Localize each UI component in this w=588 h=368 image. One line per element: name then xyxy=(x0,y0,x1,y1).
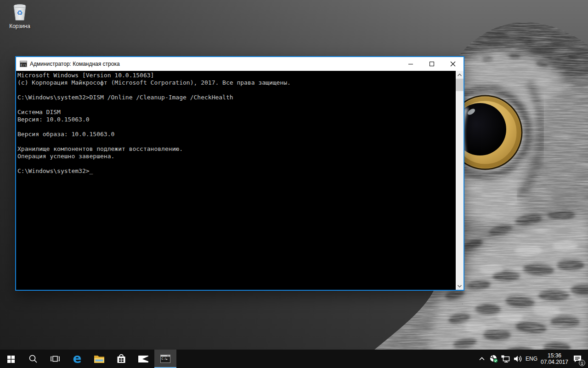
network-icon xyxy=(501,355,511,363)
window-titlebar[interactable]: C:\ Администратор: Командная строка xyxy=(16,57,464,71)
defender-tray-button[interactable] xyxy=(488,350,500,368)
close-button[interactable] xyxy=(442,57,464,71)
recycle-bin-label: Корзина xyxy=(9,23,30,29)
clock-time: 15:36 xyxy=(548,352,561,359)
console-scrollbar[interactable] xyxy=(456,71,464,290)
chevron-down-icon xyxy=(458,285,462,288)
taskbar: e xyxy=(0,350,588,368)
edge-button[interactable]: e xyxy=(66,350,88,368)
svg-text:C:\: C:\ xyxy=(21,63,27,67)
svg-text:e: e xyxy=(73,352,82,366)
close-icon xyxy=(450,61,456,67)
taskbar-search-button[interactable] xyxy=(22,350,44,368)
show-hidden-icons-button[interactable] xyxy=(476,350,488,368)
window-title: Администратор: Командная строка xyxy=(30,61,400,67)
console-text[interactable]: Microsoft Windows [Version 10.0.15063] (… xyxy=(16,71,464,175)
svg-text:C:\: C:\ xyxy=(162,357,167,361)
chevron-up-icon xyxy=(478,355,486,362)
desktop: ♻ Корзина C:\ Администратор: Командная с… xyxy=(0,0,588,368)
search-icon xyxy=(28,354,38,364)
task-view-icon xyxy=(50,354,61,364)
volume-tray-button[interactable] xyxy=(512,350,524,368)
mail-icon xyxy=(137,354,149,363)
defender-shield-icon xyxy=(489,354,498,363)
maximize-icon xyxy=(429,61,435,67)
store-icon xyxy=(116,353,127,365)
svg-text:♻: ♻ xyxy=(17,9,23,17)
console-area: Microsoft Windows [Version 10.0.15063] (… xyxy=(16,71,464,290)
scroll-thumb[interactable] xyxy=(456,79,464,91)
volume-icon xyxy=(513,355,523,363)
mail-button[interactable] xyxy=(132,350,154,368)
action-center-button[interactable]: 1 xyxy=(570,350,585,368)
clock-date: 07.04.2017 xyxy=(541,359,568,365)
clock[interactable]: 15:36 07.04.2017 xyxy=(539,350,570,368)
chevron-up-icon xyxy=(458,74,462,76)
notification-badge: 1 xyxy=(579,360,585,366)
file-explorer-button[interactable] xyxy=(88,350,110,368)
maximize-button[interactable] xyxy=(421,57,442,71)
cmd-window: C:\ Администратор: Командная строка xyxy=(15,56,464,291)
language-indicator[interactable]: ENG xyxy=(524,350,539,368)
windows-start-icon xyxy=(6,354,16,363)
cmd-icon: C:\ xyxy=(20,60,27,68)
minimize-button[interactable] xyxy=(400,57,421,71)
network-tray-button[interactable] xyxy=(500,350,512,368)
system-tray: ENG 15:36 07.04.2017 1 xyxy=(476,350,588,368)
recycle-bin[interactable]: ♻ Корзина xyxy=(3,3,37,29)
folder-icon xyxy=(93,354,105,364)
scroll-down-button[interactable] xyxy=(456,282,464,290)
taskbar-command-prompt-button[interactable]: C:\ xyxy=(154,350,176,368)
task-view-button[interactable] xyxy=(44,350,66,368)
taskbar-empty-space xyxy=(176,350,476,368)
scroll-up-button[interactable] xyxy=(456,71,464,79)
cmd-icon: C:\ xyxy=(159,353,171,364)
recycle-bin-icon: ♻ xyxy=(11,3,29,22)
store-button[interactable] xyxy=(110,350,132,368)
edge-icon: e xyxy=(71,352,84,366)
minimize-icon xyxy=(408,61,413,67)
start-button[interactable] xyxy=(0,350,22,368)
